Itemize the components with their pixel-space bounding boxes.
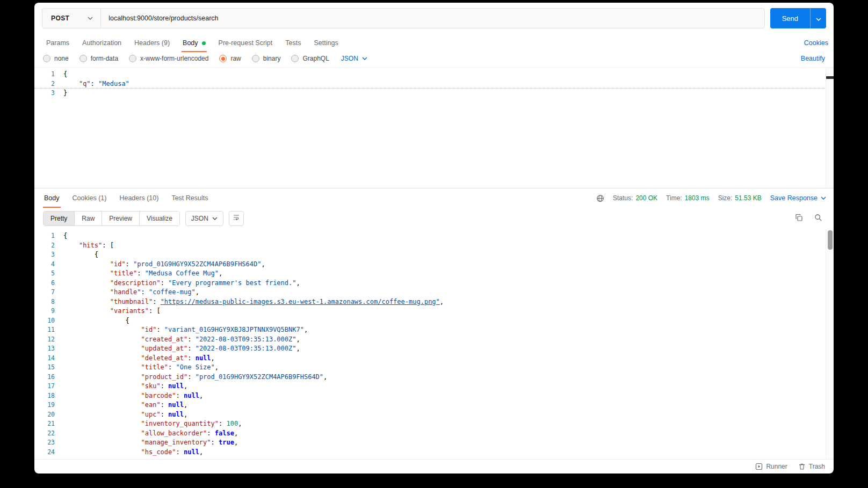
code-line: 6 "description": "Every programmer's bes… — [34, 279, 834, 288]
time-group: Time: 1803 ms — [666, 194, 710, 202]
body-type-form-data[interactable]: form-data — [79, 55, 118, 62]
tab-label: Params — [46, 39, 69, 47]
status-group: Status: 200 OK — [613, 194, 657, 202]
code-line: 19 "ean": null, — [34, 400, 834, 410]
globe-icon[interactable] — [596, 194, 604, 202]
code-text: "title": "One Size", — [63, 363, 219, 373]
code-line: 16 "product_id": "prod_01G9HGY9X52ZCM4AP… — [34, 373, 834, 382]
body-type-graphql[interactable]: GraphQL — [291, 55, 329, 62]
send-options-button[interactable] — [810, 8, 826, 28]
request-scrollbar[interactable] — [826, 68, 834, 188]
trash-button[interactable]: Trash — [798, 463, 825, 470]
code-text: { — [63, 316, 129, 326]
code-text: "thumbnail": "https://medusa-public-imag… — [63, 297, 444, 307]
trash-label: Trash — [809, 463, 825, 470]
tab-settings[interactable]: Settings — [307, 34, 344, 52]
raw-format-select[interactable]: JSON — [341, 55, 367, 62]
line-number: 1 — [34, 70, 63, 79]
request-code: 1{2 "q": "Medusa"3} — [34, 70, 834, 98]
view-raw[interactable]: Raw — [75, 212, 102, 225]
code-text: "created_at": "2022-08-03T09:35:13.000Z"… — [63, 335, 300, 345]
footer-bar: Runner Trash — [34, 459, 834, 474]
size-value: 51.53 KB — [735, 194, 761, 202]
code-line: 5 "title": "Medusa Coffee Mug", — [34, 269, 834, 279]
beautify-link[interactable]: Beautify — [801, 55, 825, 62]
line-number: 8 — [34, 297, 63, 307]
response-tab-body[interactable]: Body — [38, 188, 66, 208]
tab-label: Test Results — [171, 194, 208, 202]
tab-authorization[interactable]: Authorization — [76, 34, 128, 52]
code-text: "variants": [ — [63, 307, 161, 316]
line-number: 3 — [34, 250, 63, 260]
status-value: 200 OK — [635, 194, 657, 202]
code-line: 1{ — [34, 70, 834, 79]
response-tab-test-results[interactable]: Test Results — [165, 188, 214, 208]
response-format-select[interactable]: JSON — [185, 211, 223, 226]
code-text: } — [63, 89, 67, 98]
body-type-raw[interactable]: raw — [219, 55, 241, 62]
tab-tests[interactable]: Tests — [279, 34, 307, 52]
line-number: 20 — [34, 410, 63, 420]
response-toolbar: Pretty Raw Preview Visualize JSON — [34, 208, 834, 229]
body-type-binary[interactable]: binary — [252, 55, 281, 62]
view-pretty[interactable]: Pretty — [44, 212, 75, 225]
size-label: Size: — [718, 194, 733, 202]
code-line: 13 "updated_at": "2022-08-03T09:35:13.00… — [34, 344, 834, 354]
code-text: { — [63, 231, 67, 241]
request-body-editor[interactable]: 1{2 "q": "Medusa"3} — [34, 67, 834, 188]
tab-params[interactable]: Params — [40, 34, 76, 52]
line-number: 14 — [34, 354, 63, 363]
code-line: 3} — [34, 89, 834, 98]
tab-headers[interactable]: Headers (9) — [128, 34, 176, 52]
copy-response-button[interactable] — [792, 212, 806, 225]
save-response-button[interactable]: Save Response — [770, 194, 826, 202]
wrap-text-button[interactable] — [229, 211, 244, 226]
code-text: "id": "prod_01G9HGY9X52ZCM4AP6B9FHS64D", — [63, 260, 265, 270]
radio-label: none — [54, 55, 69, 62]
tab-label: Settings — [314, 39, 338, 47]
tab-body[interactable]: Body — [176, 34, 212, 52]
runner-button[interactable]: Runner — [755, 463, 787, 470]
response-tab-cookies[interactable]: Cookies (1) — [66, 188, 113, 208]
cookies-link[interactable]: Cookies — [804, 39, 828, 47]
url-input[interactable]: localhost:9000/store/products/search — [101, 9, 764, 28]
body-type-urlencoded[interactable]: x-www-form-urlencoded — [129, 55, 208, 62]
code-line: 23 "manage_inventory": true, — [34, 438, 834, 448]
method-select[interactable]: POST — [42, 9, 101, 28]
code-line: 21 "inventory_quantity": 100, — [34, 419, 834, 429]
chevron-down-icon — [212, 217, 218, 220]
code-text: "deleted_at": null, — [63, 354, 215, 363]
radio-icon — [252, 55, 259, 62]
code-text: "id": "variant_01G9HGY9XBJ8JPTNNX9VQ5BNK… — [63, 325, 308, 335]
code-line: 9 "variants": [ — [34, 307, 834, 316]
view-visualize[interactable]: Visualize — [140, 212, 179, 225]
url-bar: POST localhost:9000/store/products/searc… — [42, 8, 765, 28]
radio-label: x-www-form-urlencoded — [140, 55, 208, 62]
code-line: 4 "id": "prod_01G9HGY9X52ZCM4AP6B9FHS64D… — [34, 260, 834, 270]
line-number: 11 — [34, 325, 63, 335]
code-text: "q": "Medusa" — [63, 79, 129, 89]
line-number: 24 — [34, 448, 63, 457]
send-button[interactable]: Send — [770, 8, 810, 28]
code-line: 12 "created_at": "2022-08-03T09:35:13.00… — [34, 335, 834, 345]
response-scrollbar[interactable] — [826, 229, 834, 459]
code-line: 24 "hs_code": null, — [34, 448, 834, 457]
code-text: "hs_code": null, — [63, 448, 203, 457]
body-type-none[interactable]: none — [43, 55, 69, 62]
code-text: "handle": "coffee-mug", — [63, 288, 199, 297]
code-text: "upc": null, — [63, 410, 187, 420]
tab-label: Tests — [285, 39, 301, 47]
line-number: 10 — [34, 316, 63, 326]
tab-pre-request-script[interactable]: Pre-request Script — [212, 34, 279, 52]
copy-icon — [795, 214, 803, 224]
scrollbar-handle[interactable] — [828, 230, 833, 250]
view-preview[interactable]: Preview — [102, 212, 140, 225]
code-text: "updated_at": "2022-08-03T09:35:13.000Z"… — [63, 344, 300, 354]
search-response-button[interactable] — [811, 212, 825, 225]
body-type-row: none form-data x-www-form-urlencoded raw… — [34, 52, 834, 67]
response-tab-headers[interactable]: Headers (10) — [113, 188, 165, 208]
code-text: "sku": null, — [63, 382, 187, 391]
code-line: 14 "deleted_at": null, — [34, 354, 834, 363]
response-body-editor[interactable]: 1{2 "hits": [3 {4 "id": "prod_01G9HGY9X5… — [34, 229, 834, 459]
radio-label: raw — [230, 55, 241, 62]
